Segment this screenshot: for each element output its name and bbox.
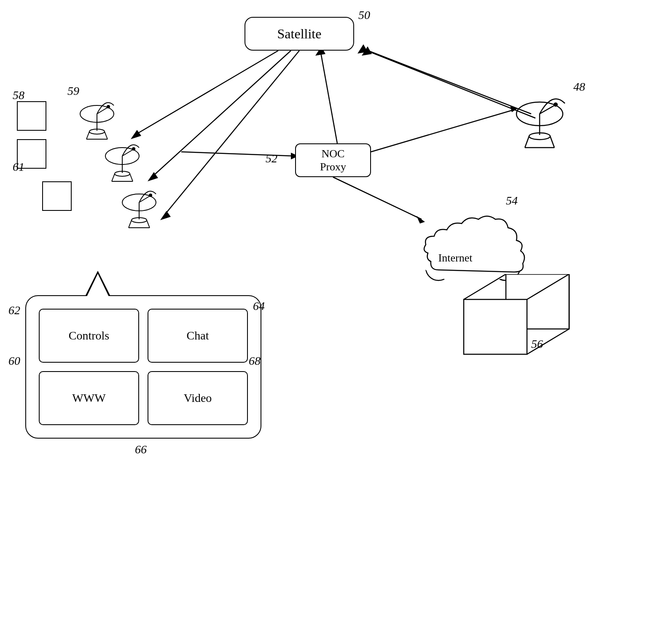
chat-box: Chat <box>148 309 248 363</box>
svg-line-28 <box>464 274 506 299</box>
svg-line-52 <box>147 220 150 228</box>
label-52: 52 <box>266 152 277 165</box>
noc-proxy-box: NOCProxy <box>295 143 371 177</box>
label-66: 66 <box>135 443 147 456</box>
svg-point-63 <box>554 102 558 107</box>
video-box: Video <box>148 371 248 425</box>
label-68: 68 <box>249 354 261 368</box>
video-label: Video <box>184 391 212 405</box>
svg-line-12 <box>333 177 422 219</box>
svg-line-44 <box>130 174 133 181</box>
svg-line-43 <box>112 174 115 181</box>
server-boxes-svg <box>455 274 590 367</box>
svg-line-36 <box>105 132 108 139</box>
right-dish-svg <box>506 76 573 160</box>
label-48: 48 <box>573 80 585 94</box>
satellite-box: Satellite <box>245 17 354 51</box>
svg-point-55 <box>149 194 152 197</box>
svg-line-16 <box>371 110 514 152</box>
www-label: WWW <box>72 391 105 405</box>
svg-point-39 <box>107 105 110 108</box>
svg-marker-7 <box>362 46 372 56</box>
satellite-label: Satellite <box>277 26 322 42</box>
app-bubble: Controls Chat WWW Video <box>25 295 261 439</box>
svg-text:Internet: Internet <box>438 252 473 264</box>
label-54: 54 <box>506 194 518 207</box>
svg-line-35 <box>86 132 89 139</box>
label-56: 56 <box>531 337 543 351</box>
diagram: Satellite 50 NOCProxy 52 Internet 54 <box>0 0 672 625</box>
svg-line-59 <box>525 136 529 148</box>
www-box: WWW <box>39 371 139 425</box>
label-64: 64 <box>253 299 265 313</box>
label-60: 60 <box>8 354 20 368</box>
left-dishes-svg <box>55 84 202 253</box>
label-58: 58 <box>13 89 24 102</box>
svg-rect-27 <box>464 299 527 354</box>
left-computer-1 <box>17 101 46 131</box>
chat-label: Chat <box>187 329 209 342</box>
label-61: 61 <box>13 160 24 174</box>
svg-marker-9 <box>358 44 368 54</box>
label-62: 62 <box>8 304 20 317</box>
svg-line-51 <box>129 220 132 228</box>
svg-line-10 <box>320 51 337 143</box>
label-50: 50 <box>358 8 370 22</box>
controls-box: Controls <box>39 309 139 363</box>
noc-label: NOCProxy <box>320 147 346 173</box>
svg-point-47 <box>132 147 135 151</box>
svg-line-60 <box>550 136 554 148</box>
controls-label: Controls <box>69 329 109 342</box>
label-59: 59 <box>67 84 79 98</box>
